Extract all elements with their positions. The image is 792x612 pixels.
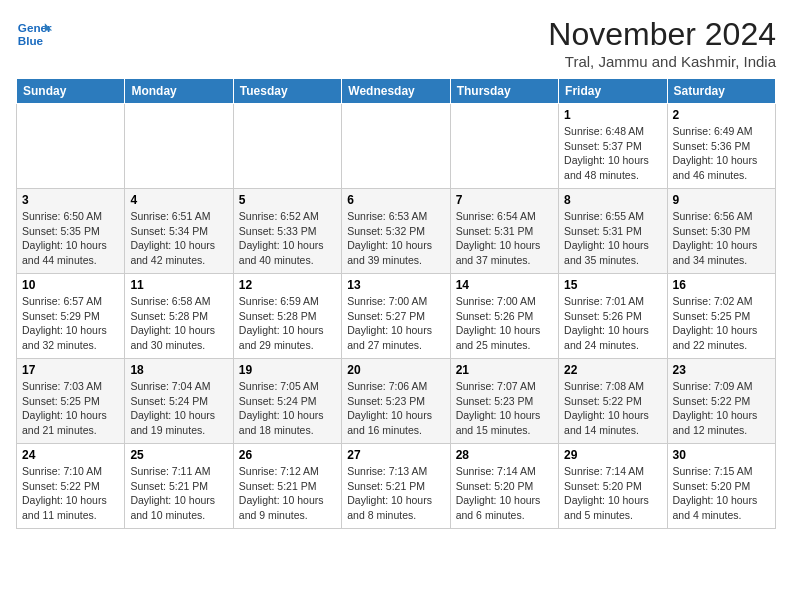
calendar-table: SundayMondayTuesdayWednesdayThursdayFrid… — [16, 78, 776, 529]
day-number: 12 — [239, 278, 336, 292]
day-info: Sunrise: 7:00 AM Sunset: 5:26 PM Dayligh… — [456, 294, 553, 353]
day-number: 18 — [130, 363, 227, 377]
day-number: 10 — [22, 278, 119, 292]
weekday-header-row: SundayMondayTuesdayWednesdayThursdayFrid… — [17, 79, 776, 104]
day-info: Sunrise: 7:10 AM Sunset: 5:22 PM Dayligh… — [22, 464, 119, 523]
day-number: 29 — [564, 448, 661, 462]
calendar-cell: 25Sunrise: 7:11 AM Sunset: 5:21 PM Dayli… — [125, 444, 233, 529]
calendar-cell: 1Sunrise: 6:48 AM Sunset: 5:37 PM Daylig… — [559, 104, 667, 189]
calendar-cell: 5Sunrise: 6:52 AM Sunset: 5:33 PM Daylig… — [233, 189, 341, 274]
day-info: Sunrise: 7:02 AM Sunset: 5:25 PM Dayligh… — [673, 294, 770, 353]
calendar-cell — [17, 104, 125, 189]
day-info: Sunrise: 7:07 AM Sunset: 5:23 PM Dayligh… — [456, 379, 553, 438]
week-row: 1Sunrise: 6:48 AM Sunset: 5:37 PM Daylig… — [17, 104, 776, 189]
calendar-cell: 24Sunrise: 7:10 AM Sunset: 5:22 PM Dayli… — [17, 444, 125, 529]
week-row: 10Sunrise: 6:57 AM Sunset: 5:29 PM Dayli… — [17, 274, 776, 359]
day-number: 4 — [130, 193, 227, 207]
day-number: 17 — [22, 363, 119, 377]
day-number: 19 — [239, 363, 336, 377]
weekday-header: Wednesday — [342, 79, 450, 104]
calendar-cell: 28Sunrise: 7:14 AM Sunset: 5:20 PM Dayli… — [450, 444, 558, 529]
month-title: November 2024 — [548, 16, 776, 53]
day-number: 25 — [130, 448, 227, 462]
calendar-cell — [125, 104, 233, 189]
day-info: Sunrise: 7:05 AM Sunset: 5:24 PM Dayligh… — [239, 379, 336, 438]
day-number: 28 — [456, 448, 553, 462]
calendar-cell: 20Sunrise: 7:06 AM Sunset: 5:23 PM Dayli… — [342, 359, 450, 444]
day-number: 6 — [347, 193, 444, 207]
calendar-cell: 8Sunrise: 6:55 AM Sunset: 5:31 PM Daylig… — [559, 189, 667, 274]
day-number: 14 — [456, 278, 553, 292]
day-number: 20 — [347, 363, 444, 377]
weekday-header: Friday — [559, 79, 667, 104]
day-info: Sunrise: 6:50 AM Sunset: 5:35 PM Dayligh… — [22, 209, 119, 268]
calendar-cell: 10Sunrise: 6:57 AM Sunset: 5:29 PM Dayli… — [17, 274, 125, 359]
logo-icon: General Blue — [16, 16, 52, 52]
week-row: 24Sunrise: 7:10 AM Sunset: 5:22 PM Dayli… — [17, 444, 776, 529]
day-info: Sunrise: 7:14 AM Sunset: 5:20 PM Dayligh… — [456, 464, 553, 523]
calendar-cell: 11Sunrise: 6:58 AM Sunset: 5:28 PM Dayli… — [125, 274, 233, 359]
calendar-cell: 7Sunrise: 6:54 AM Sunset: 5:31 PM Daylig… — [450, 189, 558, 274]
day-info: Sunrise: 7:13 AM Sunset: 5:21 PM Dayligh… — [347, 464, 444, 523]
day-number: 22 — [564, 363, 661, 377]
day-number: 1 — [564, 108, 661, 122]
calendar-cell: 18Sunrise: 7:04 AM Sunset: 5:24 PM Dayli… — [125, 359, 233, 444]
calendar-cell: 19Sunrise: 7:05 AM Sunset: 5:24 PM Dayli… — [233, 359, 341, 444]
logo: General Blue — [16, 16, 52, 52]
day-number: 23 — [673, 363, 770, 377]
day-info: Sunrise: 6:55 AM Sunset: 5:31 PM Dayligh… — [564, 209, 661, 268]
day-info: Sunrise: 6:49 AM Sunset: 5:36 PM Dayligh… — [673, 124, 770, 183]
day-info: Sunrise: 6:53 AM Sunset: 5:32 PM Dayligh… — [347, 209, 444, 268]
calendar-cell: 21Sunrise: 7:07 AM Sunset: 5:23 PM Dayli… — [450, 359, 558, 444]
day-info: Sunrise: 7:06 AM Sunset: 5:23 PM Dayligh… — [347, 379, 444, 438]
title-block: November 2024 Tral, Jammu and Kashmir, I… — [548, 16, 776, 70]
day-info: Sunrise: 6:57 AM Sunset: 5:29 PM Dayligh… — [22, 294, 119, 353]
day-info: Sunrise: 7:01 AM Sunset: 5:26 PM Dayligh… — [564, 294, 661, 353]
day-info: Sunrise: 7:00 AM Sunset: 5:27 PM Dayligh… — [347, 294, 444, 353]
page-header: General Blue November 2024 Tral, Jammu a… — [16, 16, 776, 70]
calendar-cell: 17Sunrise: 7:03 AM Sunset: 5:25 PM Dayli… — [17, 359, 125, 444]
calendar-cell: 30Sunrise: 7:15 AM Sunset: 5:20 PM Dayli… — [667, 444, 775, 529]
week-row: 3Sunrise: 6:50 AM Sunset: 5:35 PM Daylig… — [17, 189, 776, 274]
day-number: 9 — [673, 193, 770, 207]
calendar-cell: 2Sunrise: 6:49 AM Sunset: 5:36 PM Daylig… — [667, 104, 775, 189]
calendar-cell: 29Sunrise: 7:14 AM Sunset: 5:20 PM Dayli… — [559, 444, 667, 529]
calendar-cell: 14Sunrise: 7:00 AM Sunset: 5:26 PM Dayli… — [450, 274, 558, 359]
calendar-cell: 26Sunrise: 7:12 AM Sunset: 5:21 PM Dayli… — [233, 444, 341, 529]
day-info: Sunrise: 6:59 AM Sunset: 5:28 PM Dayligh… — [239, 294, 336, 353]
calendar-cell — [233, 104, 341, 189]
day-info: Sunrise: 6:54 AM Sunset: 5:31 PM Dayligh… — [456, 209, 553, 268]
day-number: 2 — [673, 108, 770, 122]
week-row: 17Sunrise: 7:03 AM Sunset: 5:25 PM Dayli… — [17, 359, 776, 444]
weekday-header: Saturday — [667, 79, 775, 104]
calendar-cell: 13Sunrise: 7:00 AM Sunset: 5:27 PM Dayli… — [342, 274, 450, 359]
calendar-cell: 6Sunrise: 6:53 AM Sunset: 5:32 PM Daylig… — [342, 189, 450, 274]
day-number: 7 — [456, 193, 553, 207]
calendar-cell: 4Sunrise: 6:51 AM Sunset: 5:34 PM Daylig… — [125, 189, 233, 274]
calendar-cell: 23Sunrise: 7:09 AM Sunset: 5:22 PM Dayli… — [667, 359, 775, 444]
weekday-header: Sunday — [17, 79, 125, 104]
calendar-cell: 15Sunrise: 7:01 AM Sunset: 5:26 PM Dayli… — [559, 274, 667, 359]
day-number: 5 — [239, 193, 336, 207]
day-number: 16 — [673, 278, 770, 292]
day-number: 26 — [239, 448, 336, 462]
calendar-cell: 12Sunrise: 6:59 AM Sunset: 5:28 PM Dayli… — [233, 274, 341, 359]
day-info: Sunrise: 7:04 AM Sunset: 5:24 PM Dayligh… — [130, 379, 227, 438]
day-info: Sunrise: 6:48 AM Sunset: 5:37 PM Dayligh… — [564, 124, 661, 183]
day-info: Sunrise: 6:56 AM Sunset: 5:30 PM Dayligh… — [673, 209, 770, 268]
day-info: Sunrise: 6:51 AM Sunset: 5:34 PM Dayligh… — [130, 209, 227, 268]
calendar-cell: 9Sunrise: 6:56 AM Sunset: 5:30 PM Daylig… — [667, 189, 775, 274]
calendar-cell: 27Sunrise: 7:13 AM Sunset: 5:21 PM Dayli… — [342, 444, 450, 529]
day-number: 27 — [347, 448, 444, 462]
day-info: Sunrise: 7:03 AM Sunset: 5:25 PM Dayligh… — [22, 379, 119, 438]
calendar-cell — [342, 104, 450, 189]
calendar-cell: 3Sunrise: 6:50 AM Sunset: 5:35 PM Daylig… — [17, 189, 125, 274]
day-info: Sunrise: 7:09 AM Sunset: 5:22 PM Dayligh… — [673, 379, 770, 438]
day-number: 15 — [564, 278, 661, 292]
day-number: 21 — [456, 363, 553, 377]
calendar-cell — [450, 104, 558, 189]
day-number: 3 — [22, 193, 119, 207]
day-info: Sunrise: 7:08 AM Sunset: 5:22 PM Dayligh… — [564, 379, 661, 438]
svg-text:Blue: Blue — [18, 34, 44, 47]
day-number: 30 — [673, 448, 770, 462]
